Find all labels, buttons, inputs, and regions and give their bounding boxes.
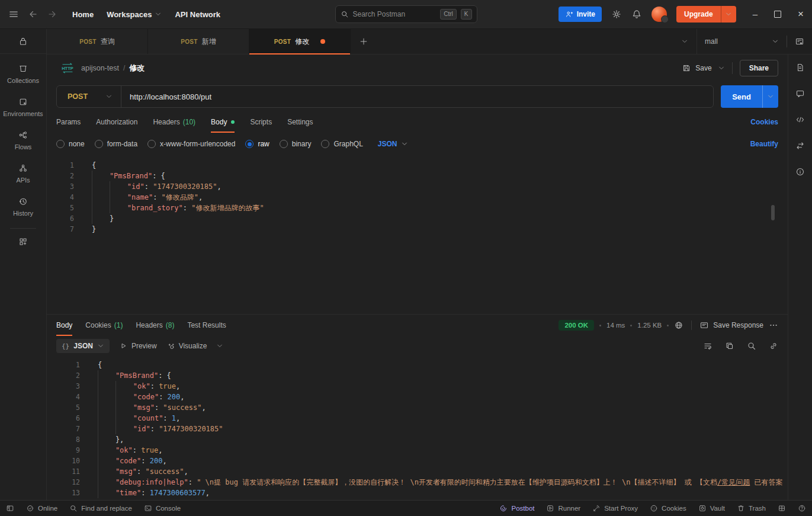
- comment-icon[interactable]: [795, 89, 805, 98]
- sidebar-item-collections[interactable]: Collections: [0, 57, 46, 91]
- wrap-lines-icon[interactable]: [703, 341, 712, 351]
- save-button[interactable]: Save: [682, 63, 711, 73]
- body-type-form-data[interactable]: form-data: [95, 140, 137, 148]
- nav-home[interactable]: Home: [72, 10, 94, 19]
- hamburger-menu-icon[interactable]: [8, 9, 19, 20]
- new-tab-button[interactable]: [351, 29, 377, 54]
- close-button[interactable]: ×: [798, 11, 804, 18]
- request-tab-headers[interactable]: Headers(10): [153, 111, 195, 133]
- documentation-icon[interactable]: [795, 63, 805, 72]
- footer-vault[interactable]: Vault: [698, 504, 725, 512]
- copy-icon[interactable]: [725, 341, 734, 351]
- footer-trash[interactable]: Trash: [737, 504, 766, 512]
- body-type-binary[interactable]: binary: [280, 140, 312, 148]
- sidebar-item-flows[interactable]: Flows: [0, 124, 46, 157]
- request-tab-params[interactable]: Params: [56, 111, 81, 133]
- left-sidebar: CollectionsEnvironmentsFlowsAPIsHistory: [0, 29, 47, 500]
- body-type-graphql[interactable]: GraphQL: [321, 140, 362, 148]
- nav-api-network[interactable]: API Network: [175, 10, 220, 19]
- send-button[interactable]: Send: [721, 85, 778, 108]
- radio-label: x-www-form-urlencoded: [160, 140, 235, 148]
- save-response-button[interactable]: Save Response: [699, 321, 763, 330]
- request-tab-settings[interactable]: Settings: [287, 111, 313, 133]
- footer-find-and-replace[interactable]: Find and replace: [69, 504, 132, 512]
- response-format-selector[interactable]: {} JSON: [56, 339, 110, 353]
- visualize-dropdown-chevron[interactable]: [216, 342, 223, 350]
- share-button[interactable]: Share: [740, 60, 778, 76]
- body-type-x-www-form-urlencoded[interactable]: x-www-form-urlencoded: [147, 140, 235, 148]
- footer-help-icon[interactable]: [798, 504, 806, 512]
- footer-sidebar-toggle-icon[interactable]: [6, 504, 14, 512]
- request-tab-[interactable]: POST修改: [249, 29, 351, 54]
- url-input[interactable]: http://localhost:8080/put: [121, 92, 220, 101]
- globe-icon[interactable]: [674, 321, 683, 330]
- related-requests-icon[interactable]: [795, 141, 805, 150]
- vault-icon: [698, 504, 707, 512]
- response-tab-cookies[interactable]: Cookies(1): [85, 315, 123, 336]
- upgrade-button[interactable]: Upgrade: [676, 6, 736, 23]
- link-icon[interactable]: [769, 341, 778, 351]
- workspace-lock-button[interactable]: [0, 29, 46, 54]
- editor-scrollbar-thumb[interactable]: [771, 205, 775, 220]
- gear-icon[interactable]: [611, 9, 622, 20]
- more-options-icon[interactable]: [769, 321, 778, 330]
- cookies-link[interactable]: Cookies: [750, 118, 778, 126]
- response-size[interactable]: 1.25 KB: [637, 322, 662, 329]
- forward-arrow-icon[interactable]: [47, 9, 57, 19]
- send-dropdown[interactable]: [762, 85, 778, 108]
- response-tab-test-results[interactable]: Test Results: [187, 315, 226, 336]
- sidebar-item-environments[interactable]: Environments: [0, 91, 46, 124]
- request-title[interactable]: 修改: [129, 63, 145, 73]
- beautify-link[interactable]: Beautify: [750, 140, 778, 148]
- response-body-editor[interactable]: 1{2"PmsBrand": {3"ok": true,4"code": 200…: [47, 356, 788, 500]
- breadcrumb-collection[interactable]: apijson-test: [81, 64, 119, 72]
- footer-cookies[interactable]: Cookies: [650, 504, 686, 512]
- visualize-button[interactable]: Visualize: [166, 342, 207, 350]
- search-response-icon[interactable]: [747, 341, 756, 351]
- response-tab-body[interactable]: Body: [56, 315, 72, 336]
- configure-sidebar-button[interactable]: [0, 230, 46, 253]
- footer-panes-icon[interactable]: [778, 504, 786, 512]
- upgrade-dropdown[interactable]: [721, 6, 736, 23]
- response-time[interactable]: 14 ms: [606, 322, 625, 329]
- token: }: [92, 225, 96, 233]
- info-icon[interactable]: [795, 167, 805, 177]
- tab-overflow-chevron[interactable]: [673, 38, 697, 45]
- footer-console[interactable]: Console: [144, 504, 181, 512]
- environment-quick-look-icon[interactable]: [787, 37, 812, 46]
- environment-selector[interactable]: mall: [697, 29, 787, 54]
- sidebar-item-history[interactable]: History: [0, 190, 46, 223]
- request-tabs: ParamsAuthorizationHeaders(10)BodyScript…: [47, 111, 788, 133]
- response-tab-headers[interactable]: Headers(8): [136, 315, 174, 336]
- body-type-raw[interactable]: raw: [245, 140, 269, 148]
- method-selector[interactable]: POST: [57, 92, 121, 101]
- request-tab-[interactable]: POST查询: [47, 29, 148, 54]
- nav-workspaces[interactable]: Workspaces: [107, 10, 162, 19]
- request-tab-scripts[interactable]: Scripts: [250, 111, 272, 133]
- footer-online[interactable]: Online: [26, 504, 57, 512]
- language-selector[interactable]: JSON: [378, 140, 408, 148]
- send-label[interactable]: Send: [721, 85, 762, 108]
- status-badge[interactable]: 200 OK: [559, 320, 594, 331]
- footer-runner[interactable]: Runner: [546, 504, 580, 512]
- footer-postbot[interactable]: Postbot: [499, 504, 534, 512]
- minimize-button[interactable]: –: [753, 11, 758, 17]
- footer-start-proxy[interactable]: Start Proxy: [592, 504, 638, 512]
- grid-add-icon: [18, 237, 28, 246]
- request-tab-[interactable]: POST新增: [148, 29, 249, 54]
- sidebar-item-apis[interactable]: APIs: [0, 157, 46, 190]
- avatar[interactable]: [651, 7, 667, 22]
- save-dropdown-chevron[interactable]: [718, 65, 725, 72]
- request-tab-body[interactable]: Body: [211, 111, 235, 133]
- back-arrow-icon[interactable]: [28, 9, 38, 19]
- code-icon[interactable]: [795, 115, 805, 124]
- invite-button[interactable]: Invite: [559, 7, 602, 22]
- request-body-editor[interactable]: 1{2"PmsBrand": {3"id": "1747300320185",4…: [47, 155, 788, 315]
- body-type-none[interactable]: none: [56, 140, 85, 148]
- request-tab-authorization[interactable]: Authorization: [96, 111, 137, 133]
- preview-button[interactable]: Preview: [119, 342, 157, 350]
- bell-icon[interactable]: [631, 9, 642, 20]
- upgrade-label[interactable]: Upgrade: [676, 6, 721, 23]
- search-input[interactable]: Search Postman Ctrl K: [335, 5, 477, 23]
- maximize-button[interactable]: [774, 11, 781, 18]
